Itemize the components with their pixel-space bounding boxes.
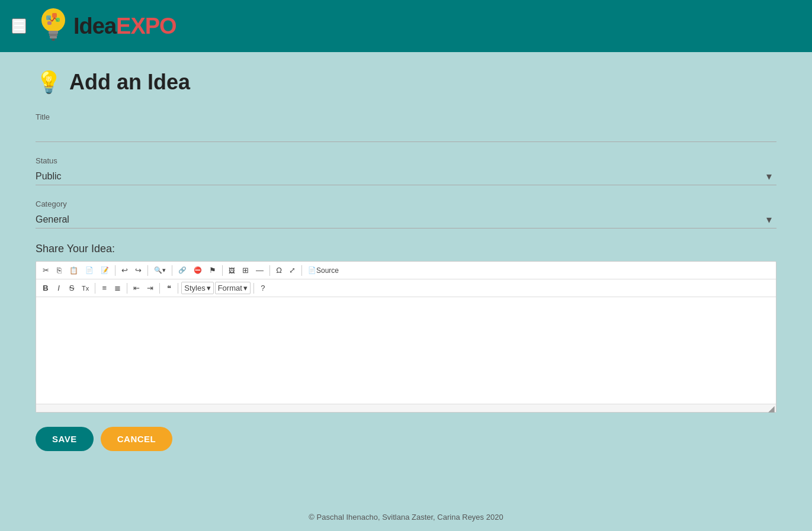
svg-rect-9 xyxy=(49,34,57,36)
unordered-list-button[interactable]: ≣ xyxy=(111,282,124,294)
toolbar-row2: B I S Tx ≡ ≣ ⇤ ⇥ ❝ Styles ▾ Format ▾ ? xyxy=(36,279,776,297)
category-select[interactable]: General Technology Business Science xyxy=(36,211,776,229)
svg-rect-4 xyxy=(46,15,51,20)
category-field-group: Category General Technology Business Sci… xyxy=(36,199,776,229)
copy-button[interactable]: ⎘ xyxy=(53,264,65,276)
hamburger-button[interactable]: ☰ xyxy=(12,18,26,34)
page-title-row: 💡 Add an Idea xyxy=(36,70,776,95)
category-label: Category xyxy=(36,199,776,208)
status-field-group: Status Public Private Draft ▾ xyxy=(36,156,776,185)
status-select[interactable]: Public Private Draft xyxy=(36,168,776,185)
redo-button[interactable]: ↪ xyxy=(132,264,145,276)
title-label: Title xyxy=(36,112,776,121)
format-dropdown[interactable]: Format ▾ xyxy=(215,282,251,294)
strikethrough-button[interactable]: S xyxy=(66,282,78,294)
toolbar-sep-11 xyxy=(253,283,254,294)
toolbar-sep-5 xyxy=(269,265,270,276)
paste-text-button[interactable]: 📄 xyxy=(82,265,97,276)
save-button[interactable]: SAVE xyxy=(36,427,94,451)
styles-chevron-down-icon: ▾ xyxy=(207,284,211,292)
outdent-button[interactable]: ⇤ xyxy=(130,282,143,294)
blockquote-button[interactable]: ❝ xyxy=(163,282,175,294)
remove-format-button[interactable]: Tx xyxy=(79,283,92,294)
styles-label: Styles xyxy=(184,284,205,292)
find-button[interactable]: 🔍▾ xyxy=(151,265,169,276)
indent-button[interactable]: ⇥ xyxy=(144,282,156,294)
editor-label: Share Your Idea: xyxy=(36,243,776,255)
styles-dropdown[interactable]: Styles ▾ xyxy=(181,282,213,294)
category-select-wrapper: General Technology Business Science ▾ xyxy=(36,211,776,229)
cancel-button[interactable]: CANCEL xyxy=(101,427,173,451)
hr-button[interactable]: — xyxy=(253,264,267,276)
rich-text-editor: ✂ ⎘ 📋 📄 📝 ↩ ↪ 🔍▾ 🔗 ⛔ ⚑ 🖼 ⊞ — Ω ⤢ 📄 Sou xyxy=(36,261,776,413)
toolbar-sep-2 xyxy=(147,265,148,276)
page-title-icon: 💡 xyxy=(36,70,62,95)
footer-text: © Paschal Ihenacho, Svitlana Zaster, Car… xyxy=(309,513,503,522)
footer: © Paschal Ihenacho, Svitlana Zaster, Car… xyxy=(0,503,812,531)
status-select-wrapper: Public Private Draft ▾ xyxy=(36,168,776,185)
toolbar-sep-10 xyxy=(178,283,178,294)
toolbar-row1: ✂ ⎘ 📋 📄 📝 ↩ ↪ 🔍▾ 🔗 ⛔ ⚑ 🖼 ⊞ — Ω ⤢ 📄 Sou xyxy=(36,262,776,279)
link-button[interactable]: 🔗 xyxy=(175,265,190,276)
svg-rect-7 xyxy=(47,21,52,25)
paste-from-word-button[interactable]: 📝 xyxy=(98,265,112,276)
italic-button[interactable]: I xyxy=(53,282,65,294)
svg-rect-10 xyxy=(50,36,57,38)
format-label: Format xyxy=(218,284,242,292)
toolbar-sep-4 xyxy=(222,265,223,276)
source-label: Source xyxy=(316,266,339,275)
cut-button[interactable]: ✂ xyxy=(40,264,52,276)
toolbar-sep-3 xyxy=(172,265,172,276)
undo-button[interactable]: ↩ xyxy=(118,264,131,276)
logo: IdeaEXPO xyxy=(36,5,176,47)
source-button[interactable]: 📄 Source xyxy=(305,265,342,276)
header: ☰ IdeaEXPO xyxy=(0,0,812,52)
svg-rect-5 xyxy=(52,13,57,18)
toolbar-sep-8 xyxy=(127,283,127,294)
anchor-button[interactable]: ⚑ xyxy=(206,264,219,276)
editor-resize-handle[interactable]: ◢ xyxy=(36,404,776,412)
svg-rect-8 xyxy=(49,31,58,34)
ordered-list-button[interactable]: ≡ xyxy=(98,282,110,294)
resize-icon: ◢ xyxy=(768,404,775,413)
editor-body[interactable] xyxy=(36,297,776,404)
title-input[interactable] xyxy=(36,124,776,142)
image-button[interactable]: 🖼 xyxy=(226,265,238,276)
maximize-button[interactable]: ⤢ xyxy=(286,264,299,276)
toolbar-sep-9 xyxy=(159,283,160,294)
toolbar-sep-7 xyxy=(95,283,95,294)
logo-text: IdeaEXPO xyxy=(73,14,176,39)
bold-button[interactable]: B xyxy=(40,282,52,294)
logo-icon xyxy=(36,5,71,47)
toolbar-sep-6 xyxy=(301,265,302,276)
title-field-group: Title xyxy=(36,112,776,142)
help-button[interactable]: ? xyxy=(257,282,269,294)
action-buttons: SAVE CANCEL xyxy=(36,427,776,451)
omega-button[interactable]: Ω xyxy=(273,264,285,276)
table-button[interactable]: ⊞ xyxy=(239,264,252,276)
page-title: Add an Idea xyxy=(69,70,190,95)
format-chevron-down-icon: ▾ xyxy=(243,284,248,292)
svg-rect-6 xyxy=(56,18,60,22)
toolbar-sep-1 xyxy=(115,265,115,276)
svg-rect-11 xyxy=(52,38,55,41)
main-content: 💡 Add an Idea Title Status Public Privat… xyxy=(0,52,812,469)
status-label: Status xyxy=(36,156,776,165)
unlink-button[interactable]: ⛔ xyxy=(191,265,205,276)
paste-button[interactable]: 📋 xyxy=(66,265,81,276)
